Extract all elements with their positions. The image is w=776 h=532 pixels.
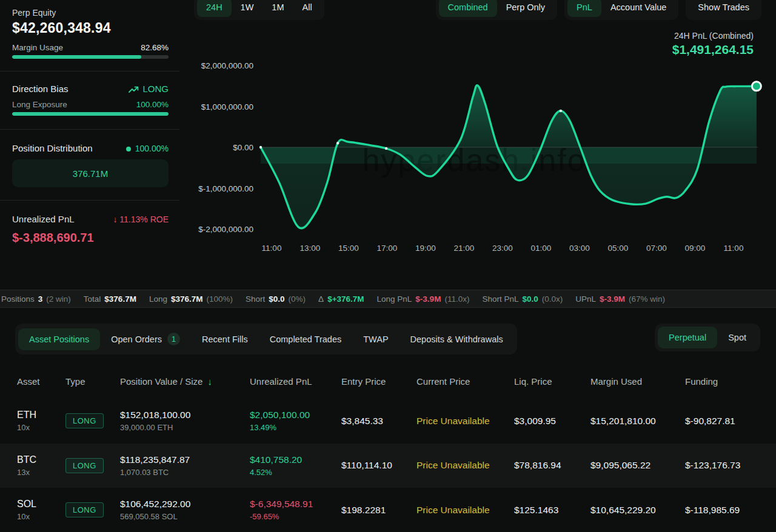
unrealized-pnl-pct: 4.52% [250,468,341,477]
summary-label: Positions [1,294,35,304]
tab-asset-positions[interactable]: Asset Positions [18,328,100,350]
summary-suffix: (67% win) [629,294,665,304]
summary-upnl: UPnL$-3.9M(67% win) [575,294,665,304]
x-axis-tick: 11:00 [724,244,744,253]
column-header-type[interactable]: Type [65,376,120,387]
column-label: Margin Used [590,376,642,387]
summary-long: Long$376.7M(100%) [149,294,233,304]
unrealized-pnl: $2,050,100.00 [250,410,341,421]
cell-asset: ETH10x [17,410,65,432]
tab-label: TWAP [363,334,388,344]
x-axis-tick: 01:00 [531,244,552,253]
cell-unrealized-pnl: $2,050,100.0013.49% [250,410,341,432]
cell-type: LONG [65,413,120,428]
x-axis-tick: 03:00 [569,244,590,253]
x-axis-tick: 19:00 [415,244,436,253]
hyperdash-trader-dashboard: Perp Equity $42,260,348.94 Margin Usage … [0,0,776,532]
type-badge: LONG [65,502,104,517]
y-axis-tick: $2,000,000.00 [201,61,253,70]
column-header-funding[interactable]: Funding [685,376,776,387]
cell-position-value: $106,452,292.00569,050.58 SOL [120,499,250,521]
cell-type: LONG [65,502,120,517]
position-distribution-row: Position Distribution 100.00% [12,143,169,153]
tab-label: Deposits & Withdrawals [410,334,503,344]
column-label: Type [65,376,85,387]
long-exposure-label: Long Exposure [12,100,67,109]
perp-equity-row: Perp Equity [12,8,169,18]
roe-down-arrow-icon: ↓ [113,214,117,224]
unrealized-pnl-pct: 13.49% [250,423,341,432]
direction-bias-value: LONG [142,84,169,94]
unrealized-pnl-row: Unrealized PnL ↓ 11.13% ROE [12,214,169,224]
x-axis-tick: 15:00 [338,244,359,253]
margin-usage-row: Margin Usage 82.68% [12,43,169,52]
cell-margin-used: $9,095,065.22 [590,460,685,471]
position-row-eth[interactable]: ETH10xLONG$152,018,100.0039,000.00 ETH$2… [0,399,776,444]
latest-value-marker [752,82,761,91]
summary-value: 3 [38,294,43,304]
column-label: Funding [685,376,718,387]
summary-short: Short$0.0(0%) [246,294,306,304]
asset-symbol: BTC [17,454,65,465]
column-label: Position Value / Size [120,376,202,387]
margin-usage-bar [12,55,169,59]
tab-deposits-withdrawals[interactable]: Deposits & Withdrawals [400,328,514,350]
column-label: Unrealized PnL [250,376,312,387]
summary-label: Total [84,294,101,304]
column-header-asset[interactable]: Asset [17,376,65,387]
cell-position-value: $152,018,100.0039,000.00 ETH [120,410,250,432]
column-label: Liq. Price [514,376,552,387]
summary-suffix: (2 win) [46,294,71,304]
x-axis-tick: 11:00 [262,244,282,253]
y-axis-tick: $1,000,000.00 [201,102,253,111]
position-distribution-pill[interactable]: 376.71M [12,159,169,187]
cell-entry-price: $198.2281 [341,505,416,516]
position-value: $118,235,847.87 [120,454,250,465]
market-perpetual[interactable]: Perpetual [658,327,717,348]
x-axis-tick: 07:00 [646,244,667,253]
unrealized-pnl: $410,758.20 [250,454,341,465]
tab-badge: 1 [167,333,180,345]
y-axis-tick: $-1,000,000.00 [198,184,253,193]
cell-liq-price: $3,009.95 [514,416,590,427]
data-point-marker [336,142,339,144]
column-header-entry-price[interactable]: Entry Price [341,376,416,387]
y-axis-tick: $-2,000,000.00 [198,225,253,234]
unrealized-pnl-label: Unrealized PnL [12,214,75,224]
market-toggle-group: PerpetualSpot [655,324,760,351]
position-row-sol[interactable]: SOL10xLONG$106,452,292.00569,050.58 SOL$… [0,488,776,532]
long-dot-icon [126,147,131,151]
sort-desc-icon: ↓ [207,376,212,387]
position-row-btc[interactable]: BTC13xLONG$118,235,847.871,070.03 BTC$41… [0,444,776,488]
data-point-marker [385,147,387,150]
section-tab-group: Asset PositionsOpen Orders1Recent FillsC… [15,324,517,354]
tab-twap[interactable]: TWAP [352,328,399,350]
market-spot[interactable]: Spot [717,327,757,348]
cell-margin-used: $15,201,810.00 [590,416,685,427]
tab-open-orders[interactable]: Open Orders1 [100,327,191,351]
unrealized-pnl: $-6,349,548.91 [250,499,341,510]
cell-current-price: Price Unavailable [416,505,514,516]
cell-asset: BTC13x [17,454,65,477]
summary-value: $376.7M [171,294,203,304]
direction-bias-row: Direction Bias LONG [12,84,169,94]
direction-bias-label: Direction Bias [12,84,69,94]
tab-completed-trades[interactable]: Completed Trades [259,328,352,350]
market-toggle: PerpetualSpot [655,324,760,351]
cell-current-price: Price Unavailable [416,416,514,427]
column-header-margin-used[interactable]: Margin Used [590,376,685,387]
summary-suffix: (11.0x) [444,294,469,304]
cell-unrealized-pnl: $-6,349,548.91-59.65% [250,499,341,521]
column-header-unrealized-pnl[interactable]: Unrealized PnL [250,376,341,387]
pnl-area-chart[interactable]: hyperdash.info$2,000,000.00$1,000,000.00… [189,0,776,285]
summary-value: $+376.7M [327,294,364,304]
asset-positions-table: AssetTypePosition Value / Size↓Unrealize… [0,364,776,532]
cell-asset: SOL10x [17,499,65,521]
column-header-current-price[interactable]: Current Price [416,376,514,387]
summary-positions: Positions3(2 win) [1,294,71,304]
column-header-position-value-size[interactable]: Position Value / Size↓ [120,376,250,387]
position-size: 39,000.00 ETH [120,423,250,432]
y-axis-tick: $0.00 [233,143,253,152]
column-header-liq-price[interactable]: Liq. Price [514,376,590,387]
tab-recent-fills[interactable]: Recent Fills [191,328,259,350]
